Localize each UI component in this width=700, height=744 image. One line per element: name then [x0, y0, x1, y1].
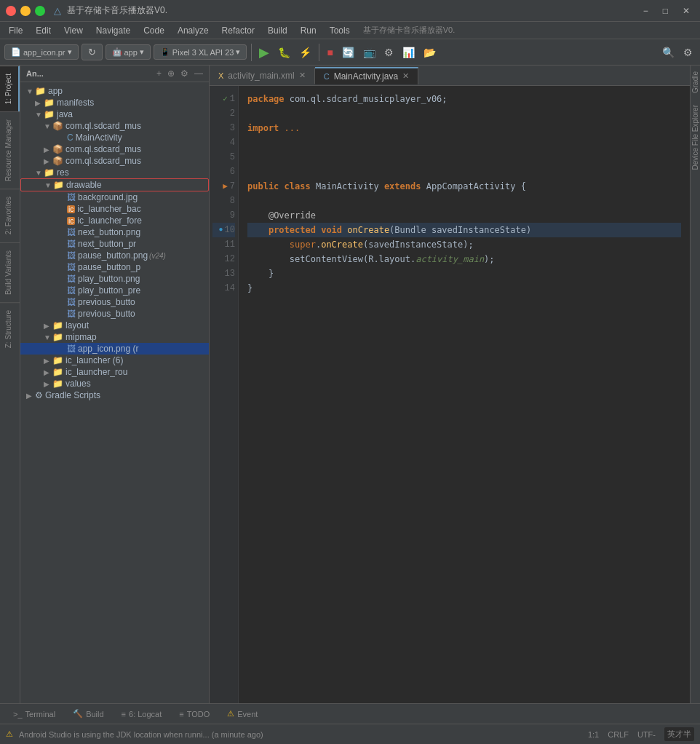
- code-line-11: super.onCreate(savedInstanceState);: [247, 237, 681, 252]
- tree-item-package1[interactable]: ▼ 📦 com.ql.sdcard_mus: [20, 120, 209, 132]
- win-min-btn[interactable]: [20, 6, 31, 16]
- tree-item-pause-button-p[interactable]: 🖼 pause_button_p: [20, 261, 209, 273]
- tree-item-mipmap[interactable]: ▼ 📁 mipmap: [20, 331, 209, 343]
- folder-icon-values: 📁: [52, 379, 63, 389]
- tree-minimize-icon[interactable]: —: [194, 68, 203, 79]
- menu-file[interactable]: File: [3, 24, 28, 37]
- tree-item-manifests[interactable]: ▶ 📁 manifests: [20, 97, 209, 108]
- debug-button[interactable]: 🐛: [275, 44, 293, 61]
- code-view[interactable]: package com.ql.sdcard_musicplayer_v06; i…: [239, 86, 690, 703]
- folder-icon-java: 📁: [44, 109, 55, 119]
- tree-item-ic-launcher-rou[interactable]: ▶ 📁 ic_launcher_rou: [20, 366, 209, 378]
- tree-item-ic-launcher-bac[interactable]: ic ic_launcher_bac: [20, 203, 209, 215]
- tree-item-package3[interactable]: ▶ 📦 com.ql.sdcard_mus: [20, 155, 209, 167]
- arrow-package3: ▶: [44, 157, 52, 165]
- java-icon-mainactivity: C: [67, 132, 73, 143]
- tree-item-drawable[interactable]: ▼ 📁 drawable: [20, 178, 209, 191]
- bottom-tab-terminal[interactable]: >_ Terminal: [6, 708, 63, 720]
- tab-structure[interactable]: Z: Structure: [0, 302, 20, 355]
- tree-item-values[interactable]: ▶ 📁 values: [20, 378, 209, 389]
- win-close-btn[interactable]: [6, 6, 16, 16]
- app-arrow: ▾: [140, 47, 144, 57]
- avd-manager[interactable]: 📺: [360, 44, 378, 61]
- attach-debugger[interactable]: ⚡: [296, 44, 314, 61]
- tree-settings-icon[interactable]: ⚙: [180, 68, 188, 79]
- tree-label-background: background.jpg: [78, 192, 138, 202]
- search-everywhere[interactable]: 🔍: [659, 44, 677, 61]
- sync-project[interactable]: 🔄: [339, 44, 357, 61]
- menu-navigate[interactable]: Navigate: [90, 24, 136, 37]
- sync-icon[interactable]: ↻: [81, 44, 103, 60]
- profiler[interactable]: 📊: [399, 44, 418, 61]
- tree-item-next-button-pr[interactable]: 🖼 next_button_pr: [20, 238, 209, 250]
- run-button[interactable]: ▶: [256, 41, 272, 63]
- status-encoding[interactable]: UTF-: [637, 730, 656, 739]
- tree-item-java[interactable]: ▼ 📁 java: [20, 108, 209, 120]
- bottom-tab-todo[interactable]: ≡ TODO: [172, 708, 217, 720]
- tree-item-package2[interactable]: ▶ 📦 com.ql.sdcard_mus: [20, 143, 209, 155]
- device-icon: 📱: [160, 47, 170, 57]
- tree-item-layout[interactable]: ▶ 📁 layout: [20, 320, 209, 331]
- tree-label-app-icon: app_icon.png (r: [78, 344, 138, 354]
- menu-code[interactable]: Code: [138, 24, 170, 37]
- tree-item-play-button-pre[interactable]: 🖼 play_button_pre: [20, 285, 209, 296]
- bottom-tab-build[interactable]: 🔨 Build: [65, 708, 111, 720]
- tab-favorites[interactable]: 2: Favorites: [0, 189, 20, 242]
- tab-project[interactable]: 1: Project: [0, 66, 20, 111]
- right-sidebar-gradle[interactable]: Gradle: [690, 66, 700, 99]
- status-position[interactable]: 1:1: [588, 730, 599, 739]
- tab-close-activity-main[interactable]: ✕: [299, 71, 306, 80]
- tree-item-app[interactable]: ▼ 📁 app: [20, 85, 209, 97]
- tree-item-ic-launcher[interactable]: ▶ 📁 ic_launcher (6): [20, 355, 209, 366]
- win-max-btn[interactable]: [35, 6, 45, 16]
- tree-item-res[interactable]: ▼ 📁 res: [20, 167, 209, 178]
- tree-label-gradle-scripts: Gradle Scripts: [45, 390, 100, 400]
- menu-build[interactable]: Build: [262, 24, 293, 37]
- tree-item-background[interactable]: 🖼 background.jpg: [20, 191, 209, 203]
- java-tab-icon: C: [324, 72, 330, 81]
- tab-mainactivity[interactable]: C MainActivity.java ✕: [315, 67, 418, 84]
- tree-item-app-icon[interactable]: 🖼 app_icon.png (r: [20, 343, 209, 355]
- project-selector[interactable]: 📄 app_icon.pr ▾: [4, 44, 79, 60]
- right-sidebar-device-explorer[interactable]: Device File Explorer: [690, 99, 700, 175]
- gradle-icon: ⚙: [35, 390, 43, 400]
- bottom-tab-logcat[interactable]: ≡ 6: Logcat: [114, 708, 170, 720]
- tree-label-pause-button: pause_button.png: [78, 250, 148, 261]
- win-close-text[interactable]: ✕: [678, 6, 694, 16]
- tree-label-ic-launcher-fore: ic_launcher_fore: [77, 215, 142, 226]
- image-icon-pause-button-p: 🖼: [67, 262, 76, 272]
- tree-item-pause-button[interactable]: 🖼 pause_button.png (v24): [20, 250, 209, 261]
- stop-button[interactable]: ■: [324, 44, 335, 61]
- menu-tools[interactable]: Tools: [324, 24, 356, 37]
- win-min-text[interactable]: −: [639, 6, 653, 16]
- status-line-ending[interactable]: CRLF: [608, 730, 629, 739]
- tree-sync-icon[interactable]: ⊕: [167, 68, 175, 79]
- menu-analyze[interactable]: Analyze: [172, 24, 215, 37]
- tab-activity-main[interactable]: X activity_main.xml ✕: [210, 68, 315, 84]
- tree-item-play-button[interactable]: 🖼 play_button.png: [20, 273, 209, 285]
- sdk-manager[interactable]: ⚙: [381, 44, 397, 61]
- menu-edit[interactable]: Edit: [30, 24, 57, 37]
- menu-run[interactable]: Run: [295, 24, 322, 37]
- bottom-tab-event[interactable]: ⚠ Event: [220, 708, 265, 720]
- device-selector[interactable]: 📱 Pixel 3 XL API 23 ▾: [154, 44, 247, 60]
- device-explorer[interactable]: 📂: [421, 44, 439, 61]
- tree-item-ic-launcher-fore[interactable]: ic ic_launcher_fore: [20, 215, 209, 226]
- tree-item-previous-butto2[interactable]: 🖼 previous_butto: [20, 308, 209, 320]
- menu-app-title: 基于存储卡音乐播放器V0.: [357, 23, 461, 37]
- tab-resource-manager[interactable]: Resource Manager: [0, 111, 20, 189]
- app-selector[interactable]: 🤖 app ▾: [106, 44, 151, 60]
- tree-item-next-button[interactable]: 🖼 next_button.png: [20, 226, 209, 238]
- tab-build-variants[interactable]: Build Variants: [0, 242, 20, 302]
- tree-item-mainactivity[interactable]: C MainActivity: [20, 132, 209, 143]
- menu-refactor[interactable]: Refactor: [216, 24, 260, 37]
- folder-icon-manifests: 📁: [44, 98, 55, 108]
- tree-item-gradle-scripts[interactable]: ▶ ⚙ Gradle Scripts: [20, 389, 209, 401]
- tree-add-icon[interactable]: +: [156, 68, 162, 79]
- tab-close-mainactivity[interactable]: ✕: [402, 71, 409, 81]
- settings-icon[interactable]: ⚙: [680, 44, 696, 61]
- win-max-text[interactable]: □: [659, 6, 672, 16]
- menu-view[interactable]: View: [58, 24, 89, 37]
- bottom-panel: >_ Terminal 🔨 Build ≡ 6: Logcat ≡ TODO ⚠…: [0, 703, 700, 724]
- tree-item-previous-butto1[interactable]: 🖼 previous_butto: [20, 296, 209, 308]
